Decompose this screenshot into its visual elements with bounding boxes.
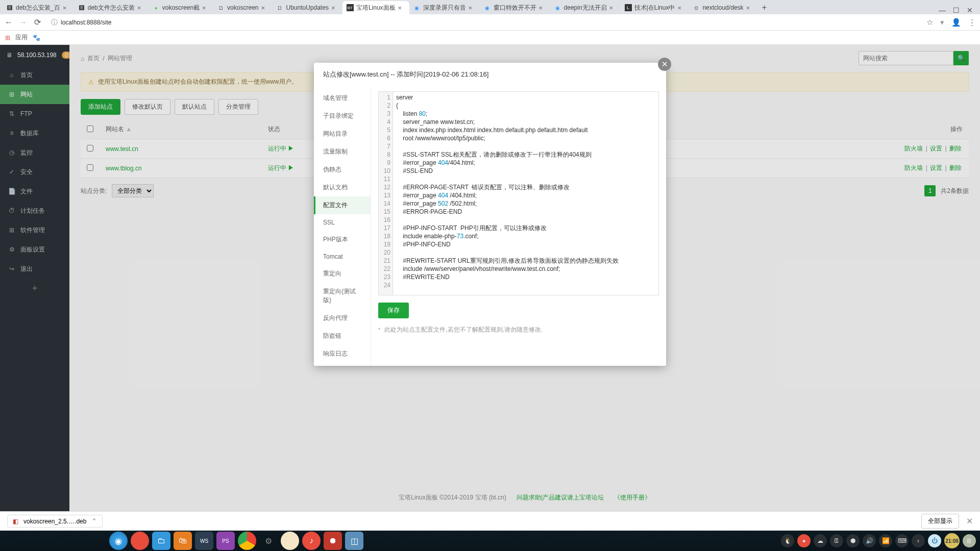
site-config-modal: ✕ 站点修改[www.test.cn] -- 添加时间[2019-02-06 2… [314, 63, 666, 366]
tab-title: 深度录屏只有音 [423, 4, 466, 12]
modal-tab[interactable]: PHP版本 [314, 231, 371, 248]
modal-tab[interactable]: SSL [314, 214, 371, 231]
power-icon[interactable]: ⏻ [928, 534, 941, 547]
chrome-icon[interactable] [238, 532, 256, 550]
star-icon[interactable]: ☆ [926, 18, 933, 27]
profile-icon[interactable]: 👤 [951, 18, 961, 27]
favicon-icon: BT [347, 4, 354, 11]
tab-title: deb怎么安装_百 [16, 4, 60, 12]
reload-button[interactable]: ⟳ [33, 18, 42, 27]
minimize-icon[interactable]: — [939, 6, 946, 14]
app-icon[interactable] [131, 532, 149, 550]
phpstorm-icon[interactable]: PS [216, 532, 235, 550]
show-all-downloads-button[interactable]: 全部显示 [921, 514, 959, 529]
apps-icon[interactable]: ⊞ [5, 34, 10, 41]
files-icon[interactable]: 🗀 [152, 532, 170, 550]
clock[interactable]: 21:08 [944, 533, 960, 548]
tab[interactable]: ●vokoscreen截× [149, 1, 213, 14]
modal-tab[interactable]: 反向代理 [314, 309, 371, 327]
modal-tab[interactable]: 配置文件 [314, 196, 371, 214]
tab-overview-icon[interactable]: ▾ [940, 18, 944, 27]
close-window-icon[interactable]: ✕ [967, 6, 973, 14]
tab[interactable]: ⊙nextcloud/desk× [689, 1, 757, 14]
close-icon[interactable]: × [746, 4, 753, 11]
modal-tab[interactable]: 网站目录 [314, 125, 371, 143]
close-icon[interactable]: × [202, 4, 209, 11]
close-download-bar-icon[interactable]: ✕ [966, 516, 973, 526]
webstorm-icon[interactable]: WS [195, 532, 213, 550]
info-icon: ⓘ [51, 18, 58, 27]
close-icon[interactable]: × [63, 4, 70, 11]
tray-icon[interactable]: 🗓 [830, 534, 843, 547]
tray-icon[interactable]: ● [797, 534, 811, 547]
favicon-icon: 🅱 [78, 4, 85, 11]
close-icon[interactable]: × [261, 4, 268, 11]
app-icon[interactable]: ◫ [345, 532, 363, 550]
apps-label[interactable]: 应用 [15, 33, 28, 42]
tab[interactable]: 🅱deb文件怎么安装× [74, 1, 149, 14]
close-icon[interactable]: × [677, 4, 684, 11]
modal-tab[interactable]: 域名管理 [314, 89, 371, 107]
tab[interactable]: ◉窗口特效开不开× [480, 1, 550, 14]
tab-active[interactable]: BT宝塔Linux面板× [342, 1, 409, 14]
tray-icon[interactable]: 🐧 [781, 534, 794, 547]
volume-icon[interactable]: 🔊 [863, 534, 876, 547]
modal-tab[interactable]: 重定向(测试版) [314, 283, 371, 309]
forward-button[interactable]: → [18, 18, 28, 27]
modal-tab[interactable]: 防盗链 [314, 327, 371, 345]
tab[interactable]: L技术|在Linux中× [621, 1, 689, 14]
favicon-icon: ◉ [484, 4, 491, 11]
maximize-icon[interactable]: ☐ [953, 6, 960, 14]
url-input[interactable]: ⓘ localhost:8888/site [47, 16, 921, 29]
save-button[interactable]: 保存 [378, 303, 409, 318]
close-icon[interactable]: × [609, 4, 617, 11]
tab[interactable]: 🗋UbuntuUpdates× [272, 1, 342, 14]
bookmark-icon[interactable]: 🐾 [33, 34, 40, 41]
back-button[interactable]: ← [4, 18, 13, 27]
app-icon[interactable] [281, 532, 299, 550]
modal-tab[interactable]: Tomcat [314, 248, 371, 265]
tab[interactable]: ◉深度录屏只有音× [409, 1, 480, 14]
tab[interactable]: 🗋vokoscreen× [213, 1, 272, 14]
new-tab-button[interactable]: + [757, 1, 771, 14]
tab[interactable]: 🅱deb怎么安装_百× [2, 1, 74, 14]
modal-tab[interactable]: 流量限制 [314, 143, 371, 161]
modal-close-button[interactable]: ✕ [658, 58, 671, 71]
launcher-icon[interactable]: ◉ [109, 532, 128, 550]
close-icon[interactable]: × [539, 4, 546, 11]
modal-tab[interactable]: 伪静态 [314, 161, 371, 179]
close-icon[interactable]: × [469, 4, 476, 11]
tab-title: deepin无法开启 [564, 4, 607, 12]
modal-tab[interactable]: 默认文档 [314, 179, 371, 196]
tab-title: nextcloud/desk [702, 4, 743, 11]
modal-title: 站点修改[www.test.cn] -- 添加时间[2019-02-06 21:… [314, 63, 666, 86]
close-icon[interactable]: × [137, 4, 144, 11]
tray-icon[interactable]: ☁ [814, 534, 827, 547]
store-icon[interactable]: 🛍 [174, 532, 192, 550]
close-icon[interactable]: × [398, 4, 405, 11]
tab[interactable]: ◉deepin无法开启× [550, 1, 621, 14]
modal-tab[interactable]: 子目录绑定 [314, 107, 371, 125]
favicon-icon: 🗋 [217, 4, 225, 11]
file-icon: ◧ [13, 518, 18, 525]
keyboard-icon[interactable]: ⌨ [895, 534, 909, 547]
code-content[interactable]: server { listen 80; server_name www.test… [393, 92, 658, 295]
tab-title: 窗口特效开不开 [494, 4, 536, 12]
music-icon[interactable]: ♪ [302, 532, 321, 550]
modal-tab[interactable]: 响应日志 [314, 345, 371, 363]
modal-tab[interactable]: 重定向 [314, 265, 371, 283]
tab-title: UbuntuUpdates [286, 4, 328, 11]
settings-icon[interactable]: ⚙ [259, 532, 278, 550]
close-icon[interactable]: × [331, 4, 338, 11]
download-item[interactable]: ◧ vokoscreen_2.5.….deb ⌃ [7, 515, 103, 528]
config-editor[interactable]: 123456789101112131415161718192021222324 … [378, 91, 659, 295]
trash-icon[interactable]: 🗑 [963, 534, 976, 547]
wifi-icon[interactable]: 📶 [879, 534, 892, 547]
chevron-left-icon[interactable]: ‹ [912, 534, 925, 547]
chevron-up-icon[interactable]: ⌃ [91, 517, 97, 525]
config-tip: 此处为站点主配置文件,若您不了解配置规则,请勿随意修改. [378, 325, 659, 334]
usb-icon[interactable]: ⬢ [846, 534, 860, 547]
record-icon[interactable]: ⏺ [324, 532, 342, 550]
favicon-icon: ● [153, 4, 160, 11]
menu-icon[interactable]: ⋮ [968, 18, 976, 27]
